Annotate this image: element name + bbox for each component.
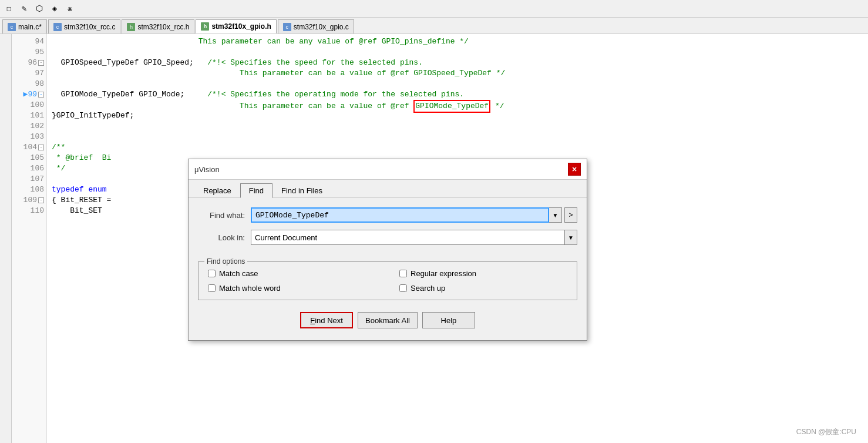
dialog-tabs: Replace Find Find in Files (189, 180, 587, 198)
help-label: Help (441, 316, 457, 325)
look-in-dropdown-icon: ▼ (564, 230, 577, 245)
regular-expression-row: Regular expression (399, 269, 567, 278)
match-whole-word-label: Match whole word (219, 284, 281, 293)
match-case-label: Match case (219, 269, 258, 278)
regular-expression-label: Regular expression (411, 269, 476, 278)
find-what-input-wrapper: ▼ > (251, 207, 577, 223)
look-in-row: Look in: Current Document All Open Docum… (198, 230, 577, 245)
tab-replace[interactable]: Replace (194, 183, 240, 197)
search-up-row: Search up (399, 284, 567, 293)
modal-overlay: μVision × Replace Find Find in Files Fin… (0, 0, 868, 443)
help-button[interactable]: Help (422, 312, 475, 328)
find-next-label: ind Next (315, 316, 343, 325)
look-in-label: Look in: (198, 233, 251, 242)
action-buttons: Find Next Bookmark All Help (198, 310, 577, 333)
dialog-body: Find what: ▼ > Look in: Current Document… (189, 198, 587, 340)
dialog-title: μVision (194, 165, 220, 174)
dialog-close-button[interactable]: × (568, 163, 581, 176)
tab-find[interactable]: Find (240, 183, 272, 198)
find-next-arrow-btn[interactable]: > (564, 207, 577, 223)
match-whole-word-checkbox[interactable] (208, 284, 216, 292)
find-next-button[interactable]: Find Next (300, 312, 353, 328)
options-grid: Match case Regular expression Match whol… (208, 269, 567, 293)
match-whole-word-row: Match whole word (208, 284, 376, 293)
find-options-group: Find options Match case Regular expressi… (198, 261, 577, 300)
find-what-row: Find what: ▼ > (198, 207, 577, 223)
spacer (198, 252, 577, 261)
look-in-select[interactable]: Current Document All Open Documents Proj… (251, 230, 577, 245)
regular-expression-checkbox[interactable] (399, 270, 407, 277)
find-what-label: Find what: (198, 211, 251, 220)
bookmark-all-button[interactable]: Bookmark All (358, 312, 418, 328)
search-up-label: Search up (411, 284, 445, 293)
find-what-input[interactable] (251, 207, 549, 223)
match-case-checkbox[interactable] (208, 270, 216, 277)
find-options-legend: Find options (204, 257, 247, 266)
find-dialog: μVision × Replace Find Find in Files Fin… (188, 159, 587, 341)
look-in-wrapper: Current Document All Open Documents Proj… (251, 230, 577, 245)
find-what-dropdown[interactable]: ▼ (549, 207, 562, 223)
look-in-select-wrapper: Current Document All Open Documents Proj… (251, 230, 577, 245)
search-up-checkbox[interactable] (399, 284, 407, 292)
match-case-row: Match case (208, 269, 376, 278)
dialog-titlebar: μVision × (189, 159, 587, 180)
tab-find-in-files[interactable]: Find in Files (272, 183, 331, 197)
bookmark-all-label: Bookmark All (365, 316, 410, 325)
